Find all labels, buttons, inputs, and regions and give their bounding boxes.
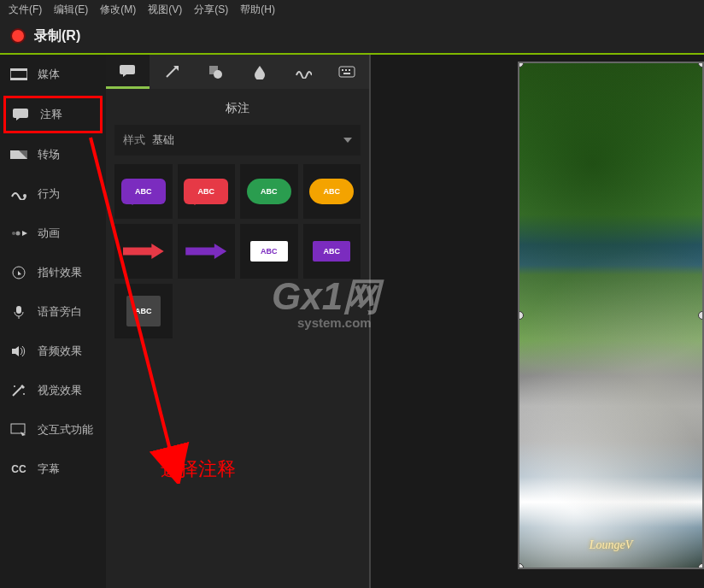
tab-keystroke[interactable] xyxy=(326,55,369,89)
svg-marker-23 xyxy=(123,74,126,77)
sidebar-item-interactive[interactable]: 交互式功能 xyxy=(0,410,106,450)
sidebar-label-annotations: 注释 xyxy=(40,107,62,122)
sidebar-label-animations: 动画 xyxy=(38,226,60,241)
tab-sketch[interactable] xyxy=(281,55,325,89)
resize-handle[interactable] xyxy=(518,311,524,320)
style-label: 样式 xyxy=(123,132,145,148)
sidebar-label-voice: 语音旁白 xyxy=(38,304,82,320)
behaviors-icon xyxy=(10,187,27,201)
record-label: 录制(R) xyxy=(34,27,80,45)
svg-point-18 xyxy=(23,393,25,395)
menu-file[interactable]: 文件(F) xyxy=(9,3,42,17)
media-icon xyxy=(10,68,27,81)
transitions-icon xyxy=(10,148,27,162)
panel-title: 标注 xyxy=(106,89,369,125)
sidebar-label-cursor: 指针效果 xyxy=(38,265,82,280)
svg-line-16 xyxy=(13,387,21,396)
audio-icon xyxy=(10,344,27,358)
sidebar-item-animations[interactable]: 动画 xyxy=(0,214,106,253)
sidebar-item-voice[interactable]: 语音旁白 xyxy=(0,292,106,332)
shape-rect-white[interactable]: ABC xyxy=(240,224,298,279)
svg-rect-29 xyxy=(342,69,343,71)
style-dropdown[interactable]: 样式 基础 xyxy=(114,125,361,156)
resize-handle[interactable] xyxy=(518,563,524,569)
sidebar-label-captions: 字幕 xyxy=(38,462,60,477)
sidebar-item-captions[interactable]: CC 字幕 xyxy=(0,450,106,489)
annotation-tabs xyxy=(106,55,369,89)
shape-cloud-green[interactable]: ABC xyxy=(240,164,298,219)
sidebar-item-visual[interactable]: 视觉效果 xyxy=(0,371,106,410)
shape-arrow-purple[interactable] xyxy=(178,224,236,279)
interactive-icon xyxy=(10,423,27,437)
menu-share[interactable]: 分享(S) xyxy=(194,3,228,17)
svg-point-7 xyxy=(23,194,26,197)
sidebar-label-behaviors: 行为 xyxy=(38,186,60,202)
svg-rect-13 xyxy=(16,306,21,314)
microphone-icon xyxy=(10,305,27,319)
video-clip[interactable]: LoungeV xyxy=(518,62,704,569)
menu-edit[interactable]: 编辑(E) xyxy=(54,3,88,17)
menu-bar: 文件(F) 编辑(E) 修改(M) 视图(V) 分享(S) 帮助(H) xyxy=(0,0,704,19)
record-icon xyxy=(10,28,26,44)
resize-handle[interactable] xyxy=(698,563,704,569)
animations-icon xyxy=(10,226,27,240)
resize-handle[interactable] xyxy=(698,62,704,68)
svg-rect-20 xyxy=(11,424,25,433)
sidebar-item-cursor[interactable]: 指针效果 xyxy=(0,253,106,292)
tab-callout[interactable] xyxy=(106,55,150,89)
record-bar[interactable]: 录制(R) xyxy=(0,19,704,55)
visual-icon xyxy=(10,384,27,397)
svg-rect-28 xyxy=(339,67,355,77)
sidebar-label-media: 媒体 xyxy=(38,67,60,82)
shape-rect-purple[interactable]: ABC xyxy=(303,224,361,279)
svg-marker-4 xyxy=(16,118,20,121)
sidebar-item-behaviors[interactable]: 行为 xyxy=(0,174,106,214)
tutorial-callout: 选择注释 xyxy=(161,456,236,482)
menu-help[interactable]: 帮助(H) xyxy=(240,3,275,17)
svg-marker-15 xyxy=(12,346,19,356)
shape-square-gray[interactable]: ABC xyxy=(114,284,173,338)
tab-arrow[interactable] xyxy=(150,55,193,89)
sidebar-label-interactive: 交互式功能 xyxy=(38,422,93,438)
page-watermark: Gx1网 system.com xyxy=(272,272,380,330)
svg-rect-3 xyxy=(13,109,28,118)
shape-arrow-red[interactable] xyxy=(114,224,173,279)
svg-rect-30 xyxy=(345,69,347,71)
tab-shape[interactable] xyxy=(194,55,238,89)
sidebar: 媒体 注释 转场 行为 动画 xyxy=(0,55,106,588)
menu-view[interactable]: 视图(V) xyxy=(148,3,182,17)
sidebar-item-media[interactable]: 媒体 xyxy=(0,55,106,94)
svg-point-8 xyxy=(12,232,15,235)
svg-marker-12 xyxy=(18,271,21,275)
chevron-down-icon xyxy=(343,138,352,143)
style-value: 基础 xyxy=(152,132,337,148)
svg-line-24 xyxy=(167,68,176,77)
svg-point-27 xyxy=(214,70,222,79)
shape-bubble-red[interactable]: ABC xyxy=(178,164,236,219)
svg-rect-22 xyxy=(120,65,135,74)
shape-cloud-orange[interactable]: ABC xyxy=(303,164,361,219)
sidebar-item-annotations[interactable]: 注释 xyxy=(3,96,103,133)
video-watermark: LoungeV xyxy=(590,538,633,552)
cursor-icon xyxy=(10,266,27,279)
sidebar-label-transitions: 转场 xyxy=(38,147,60,162)
resize-handle[interactable] xyxy=(518,62,524,68)
sidebar-label-audio: 音频效果 xyxy=(38,344,82,359)
resize-handle[interactable] xyxy=(698,311,704,320)
sidebar-item-audio[interactable]: 音频效果 xyxy=(0,332,106,371)
sidebar-item-transitions[interactable]: 转场 xyxy=(0,135,106,174)
svg-rect-31 xyxy=(349,69,350,71)
menu-modify[interactable]: 修改(M) xyxy=(100,3,136,17)
svg-point-9 xyxy=(16,232,21,236)
svg-point-19 xyxy=(14,385,15,387)
svg-marker-10 xyxy=(22,231,27,236)
sidebar-label-visual: 视觉效果 xyxy=(38,383,82,398)
tab-blur[interactable] xyxy=(238,55,281,89)
svg-rect-1 xyxy=(10,68,27,71)
annotation-icon xyxy=(13,108,30,121)
captions-icon: CC xyxy=(10,462,27,476)
svg-rect-2 xyxy=(10,78,27,80)
svg-rect-32 xyxy=(343,73,350,74)
canvas[interactable]: LoungeV xyxy=(371,55,704,588)
shape-bubble-purple[interactable]: ABC xyxy=(114,164,173,219)
